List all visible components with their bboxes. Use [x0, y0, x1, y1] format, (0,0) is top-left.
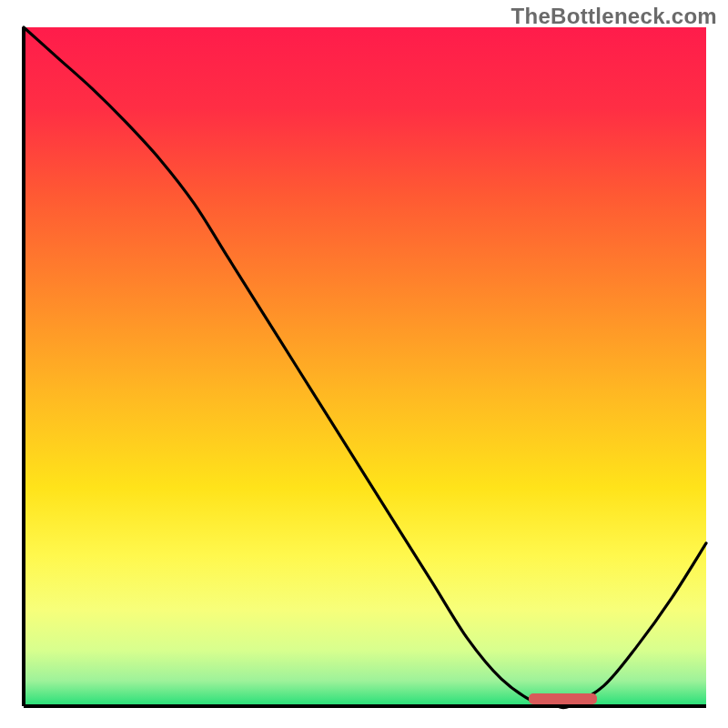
bottleneck-chart: [0, 0, 728, 728]
plot-area: [24, 27, 706, 708]
optimal-marker: [529, 693, 597, 704]
watermark-text: TheBottleneck.com: [511, 4, 717, 29]
chart-container: TheBottleneck.com: [0, 0, 728, 728]
gradient-background: [25, 27, 706, 704]
